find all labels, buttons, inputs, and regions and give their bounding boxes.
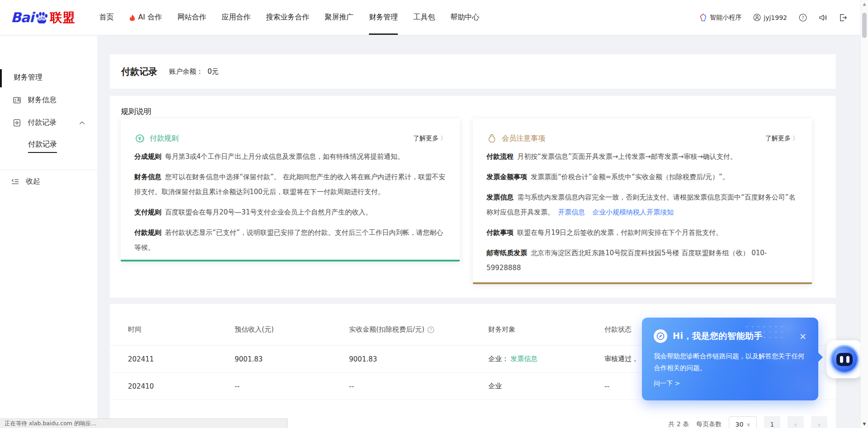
sidebar-divider bbox=[0, 170, 97, 170]
rule-share: 分成规则每月第3或4个工作日产出上月分成信息及发票信息，如有特殊情况将提前通知。 bbox=[134, 149, 446, 164]
per-page-label: 每页条数 bbox=[696, 420, 722, 428]
member-notes-card: 会员注意事项 了解更多〉 付款流程月初按“发票信息”页面开具发票→上传发票→邮寄… bbox=[473, 119, 812, 284]
page-header-card: 付款记录 账户余额：0元 bbox=[110, 54, 836, 89]
note-invoice-amount: 发票金额事项发票票面“价税合计”金额=系统中“实收金额（扣除税费后/元）”。 bbox=[486, 170, 798, 185]
chevron-down-icon: ∨ bbox=[746, 422, 750, 428]
invoice-info-table-link[interactable]: 发票信息 bbox=[510, 355, 538, 363]
pagination-total: 共 2 条 bbox=[668, 420, 689, 428]
robot-face bbox=[836, 353, 853, 366]
cell-time: 202410 bbox=[128, 382, 235, 390]
mini-program-entry[interactable]: 智能小程序 bbox=[699, 14, 741, 22]
sidebar-item-payment-records[interactable]: 付款记录 bbox=[13, 118, 85, 128]
robot-eye bbox=[840, 356, 843, 363]
nav-item-finance[interactable]: 财务管理 bbox=[369, 0, 398, 35]
logo-text-union: 联盟 bbox=[50, 10, 75, 26]
payment-rules-title: 付款规则 bbox=[150, 134, 179, 143]
baidu-union-logo[interactable]: Bai du 联盟 bbox=[11, 0, 75, 35]
gem-icon bbox=[699, 14, 707, 21]
speaker-icon[interactable] bbox=[819, 14, 827, 22]
scrollbar-thumb[interactable] bbox=[862, 13, 867, 38]
menu-fold-icon bbox=[11, 178, 19, 185]
sidebar-subitem-payment-records-active[interactable]: 付款记录 bbox=[28, 140, 57, 153]
rules-section-card: 规则说明 付款规则 了解更多〉 分成规则每月第3或4个工作日产出上月分成信息及发… bbox=[110, 96, 836, 298]
assistant-header: Hi，我是您的智能助手 × bbox=[654, 329, 807, 343]
sidebar: 财务管理 财务信息 付款记录 付款记录 收起 bbox=[0, 36, 97, 428]
nav-item-toolkit[interactable]: 工具包 bbox=[413, 0, 435, 35]
close-icon[interactable]: × bbox=[799, 332, 807, 341]
svg-text:?: ? bbox=[802, 15, 804, 20]
assistant-title: Hi，我是您的智能助手 bbox=[673, 330, 763, 342]
nav-item-ai-coop[interactable]: AI 合作 bbox=[129, 0, 162, 35]
payment-rules-header: 付款规则 了解更多〉 bbox=[134, 119, 446, 144]
logout-icon[interactable] bbox=[839, 14, 847, 22]
rules-section-title: 规则说明 bbox=[121, 106, 151, 117]
col-header-time: 时间 bbox=[128, 325, 235, 345]
per-page-select[interactable]: 30 ∨ bbox=[729, 416, 757, 428]
member-notes-title: 会员注意事项 bbox=[502, 134, 545, 143]
nav-item-website-coop[interactable]: 网站合作 bbox=[177, 0, 206, 35]
col-header-estimated: 预估收入(元) bbox=[235, 325, 349, 345]
assistant-popup: Hi，我是您的智能助手 × 我会帮助您诊断合作链路问题，以及解答您关于任何合作相… bbox=[642, 318, 818, 400]
rule-payment-status: 付款规则若付款状态显示“已支付”，说明联盟已安排了您的付款。支付后三个工作日内到… bbox=[134, 225, 446, 255]
scrollbar-up-icon[interactable]: ▲ bbox=[861, 2, 868, 6]
nav-item-search-coop[interactable]: 搜索业务合作 bbox=[266, 0, 309, 35]
rule-pay: 支付规则百度联盟会在每月20号—31号支付企业会员上个自然月产生的收入。 bbox=[134, 205, 446, 220]
payment-rules-card: 付款规则 了解更多〉 分成规则每月第3或4个工作日产出上月分成信息及发票信息，如… bbox=[121, 119, 460, 262]
badge-star-icon bbox=[13, 119, 21, 127]
sidebar-item-finance-info[interactable]: 财务信息 bbox=[13, 95, 57, 105]
prev-page-button[interactable]: ‹ bbox=[788, 416, 804, 428]
cell-actual: 9001.83 bbox=[349, 355, 488, 363]
note-payment-matter: 付款事项联盟在每月19日之后签收的发票，付款时间安排在下个月首批支付。 bbox=[486, 225, 798, 240]
chevron-right-icon: 〉 bbox=[440, 134, 446, 143]
next-page-button[interactable]: › bbox=[811, 416, 827, 428]
sidebar-section-finance[interactable]: 财务管理 bbox=[14, 73, 42, 82]
rule-finance-info: 财务信息您可以在财务信息中选择“保留付款”。 在此期间您产生的收入将在账户内进行… bbox=[134, 170, 446, 200]
cell-estimated: -- bbox=[235, 382, 349, 390]
vertical-scrollbar[interactable]: ▲ ▼ bbox=[860, 0, 868, 428]
robot-eye bbox=[846, 356, 849, 363]
chevron-up-icon[interactable] bbox=[79, 121, 85, 125]
scrollbar-down-icon[interactable]: ▼ bbox=[861, 422, 868, 426]
page-number-button[interactable]: 1 bbox=[764, 416, 780, 428]
nav-item-home[interactable]: 首页 bbox=[99, 0, 113, 35]
cell-target: 企业 bbox=[488, 382, 604, 390]
balance-value: 0元 bbox=[208, 67, 219, 76]
coin-icon bbox=[134, 133, 145, 144]
nav-menu: 首页 AI 合作 网站合作 应用合作 搜索业务合作 聚屏推广 财务管理 工具包 … bbox=[91, 0, 487, 35]
idcard-icon bbox=[13, 96, 21, 105]
small-taxpayer-link[interactable]: 企业小规模纳税人开票须知 bbox=[592, 208, 674, 216]
cell-actual: -- bbox=[349, 382, 488, 390]
member-notes-more-link[interactable]: 了解更多〉 bbox=[765, 134, 798, 143]
baidu-paw-icon: du bbox=[34, 10, 49, 25]
sidebar-collapse-button[interactable]: 收起 bbox=[11, 177, 40, 186]
note-payment-flow: 付款流程月初按“发票信息”页面开具发票→上传发票→邮寄发票→审核→确认支付。 bbox=[486, 149, 798, 164]
cell-estimated: 9001.83 bbox=[235, 355, 349, 363]
status-text: 正在等待 xlab.baidu.com 的响应... bbox=[5, 420, 96, 428]
invoice-info-link[interactable]: 开票信息 bbox=[558, 208, 585, 216]
user-account[interactable]: jyj1992 bbox=[753, 14, 787, 21]
question-circle-icon[interactable]: ? bbox=[427, 326, 434, 333]
logo-text-du: du bbox=[38, 15, 45, 22]
cell-target: 企业：发票信息 bbox=[488, 355, 604, 363]
logo-text-bai: Bai bbox=[11, 10, 33, 25]
notice-icon bbox=[486, 133, 497, 144]
compass-icon bbox=[654, 329, 667, 343]
nav-item-app-coop[interactable]: 应用合作 bbox=[222, 0, 250, 35]
col-header-actual: 实收金额(扣除税费后/元) ? bbox=[349, 325, 488, 345]
svg-text:?: ? bbox=[429, 328, 432, 332]
baidu-union-finance-page: Bai du 联盟 首页 AI 合作 网站合作 bbox=[0, 0, 868, 428]
fire-icon bbox=[129, 14, 136, 21]
nav-item-help-center[interactable]: 帮助中心 bbox=[450, 0, 479, 35]
robot-icon bbox=[830, 345, 859, 373]
help-icon[interactable]: ? bbox=[799, 14, 807, 22]
assistant-float-widget[interactable] bbox=[826, 340, 863, 378]
assistant-message: 我会帮助您诊断合作链路问题，以及解答您关于任何合作相关的问题。 bbox=[654, 350, 806, 374]
note-mail-invoice: 邮寄纸质发票北京市海淀区西北旺东路10号院百度科技园5号楼 百度联盟财务组（收）… bbox=[486, 246, 798, 276]
nav-right-tools: 智能小程序 jyj1992 ? bbox=[699, 0, 847, 35]
payment-rules-more-link[interactable]: 了解更多〉 bbox=[413, 134, 446, 143]
active-section-marker bbox=[0, 69, 2, 87]
nav-item-screen-promo[interactable]: 聚屏推广 bbox=[325, 0, 354, 35]
note-invoice-info: 发票信息需与系统内发票信息内容完全一致，否则无法支付。请根据发票信息页面中“百度… bbox=[486, 190, 798, 220]
ask-now-link[interactable]: 问一下 > bbox=[654, 380, 680, 388]
browser-status-bar: 正在等待 xlab.baidu.com 的响应... bbox=[0, 418, 288, 428]
